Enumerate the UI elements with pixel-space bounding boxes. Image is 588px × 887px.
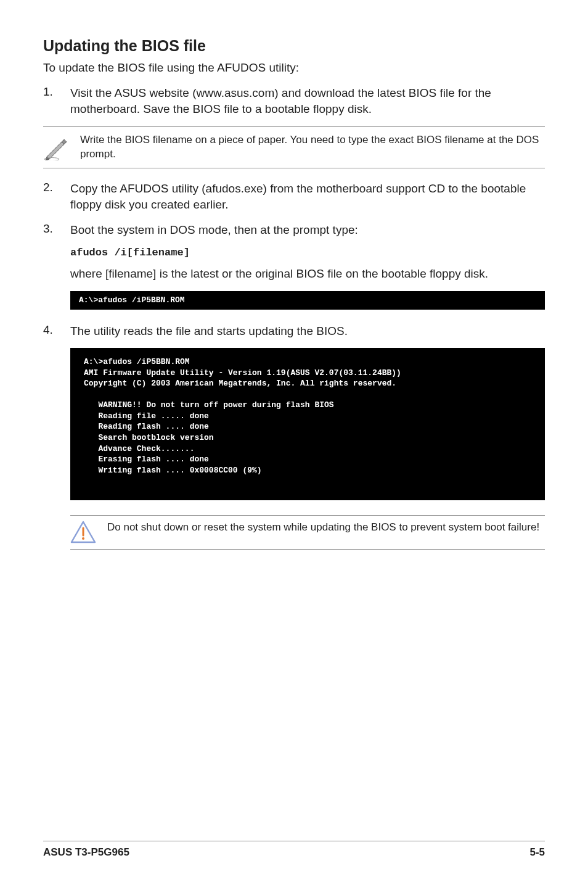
- pencil-icon: [43, 133, 80, 160]
- step-4-text: The utility reads the file and starts up…: [70, 323, 545, 340]
- step-1-text: Visit the ASUS website (www.asus.com) an…: [70, 85, 545, 118]
- warning-text: Do not shut down or reset the system whi…: [107, 521, 545, 535]
- section-heading: Updating the BIOS file: [43, 37, 545, 55]
- svg-point-3: [82, 537, 84, 540]
- warning-icon: [70, 521, 107, 544]
- page-footer: ASUS T3-P5G965 5-5: [43, 841, 545, 859]
- note-box: Write the BIOS filename on a piece of pa…: [43, 126, 545, 168]
- intro-text: To update the BIOS file using the AFUDOS…: [43, 60, 545, 76]
- step-1: 1. Visit the ASUS website (www.asus.com)…: [43, 85, 545, 118]
- step-3: 3. Boot the system in DOS mode, then at …: [43, 222, 545, 239]
- step-3-number: 3.: [43, 222, 70, 239]
- note-text: Write the BIOS filename on a piece of pa…: [80, 133, 545, 162]
- code-command: afudos /i[filename]: [70, 247, 545, 258]
- terminal-output-1: A:\>afudos /iP5BBN.ROM: [70, 291, 545, 310]
- step-3-explain: where [filename] is the latest or the or…: [43, 266, 545, 283]
- step-2-text: Copy the AFUDOS utility (afudos.exe) fro…: [70, 181, 545, 213]
- step-2: 2. Copy the AFUDOS utility (afudos.exe) …: [43, 181, 545, 213]
- footer-page-number: 5-5: [529, 846, 545, 859]
- step-3-explain-spacer: [43, 266, 70, 283]
- terminal-output-2: A:\>afudos /iP5BBN.ROM AMI Firmware Upda…: [70, 348, 545, 500]
- step-4: 4. The utility reads the file and starts…: [43, 323, 545, 340]
- warning-box: Do not shut down or reset the system whi…: [70, 515, 545, 550]
- step-4-number: 4.: [43, 323, 70, 340]
- step-3-explain-text: where [filename] is the latest or the or…: [70, 266, 545, 283]
- step-2-number: 2.: [43, 181, 70, 213]
- footer-product: ASUS T3-P5G965: [43, 846, 129, 859]
- step-3-text: Boot the system in DOS mode, then at the…: [70, 222, 545, 239]
- step-1-number: 1.: [43, 85, 70, 118]
